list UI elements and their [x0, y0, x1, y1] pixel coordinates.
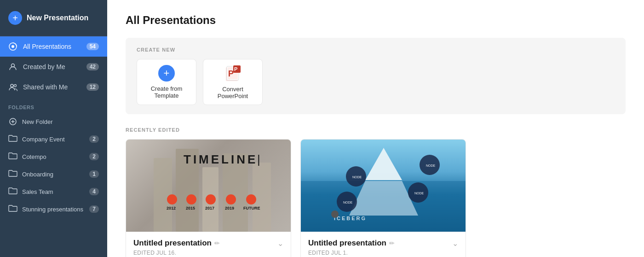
folder-stunning-presentations-badge: 7: [89, 205, 99, 213]
svg-point-23: [246, 194, 256, 204]
plus-circle-icon: +: [8, 11, 22, 25]
svg-point-4: [14, 85, 17, 87]
folder-icon: [8, 169, 17, 179]
all-presentations-badge: 54: [86, 43, 99, 50]
svg-text:P: P: [234, 66, 237, 72]
svg-point-19: [167, 194, 177, 204]
create-new-label: CREATE NEW: [137, 47, 615, 53]
folder-onboarding-badge: 1: [89, 170, 99, 178]
create-new-cards: + Create fromTemplate P P Convert PowerP…: [137, 59, 615, 105]
shared-with-me-badge: 12: [86, 83, 99, 91]
svg-text:NODE: NODE: [352, 175, 362, 179]
folder-icon: [8, 152, 17, 161]
svg-point-22: [226, 194, 236, 204]
folder-item-cotempo[interactable]: Cotempo 2: [0, 148, 107, 165]
convert-powerpoint-card[interactable]: P P Convert PowerPoint: [203, 59, 263, 105]
new-folder-plus-icon: [8, 117, 17, 126]
iceberg-thumbnail: NODE NODE NODE NODE ICEBERG: [301, 140, 466, 232]
folder-icon: [8, 134, 17, 144]
presentation-title-left-1: Untitled presentation ✏: [133, 239, 220, 248]
created-by-me-label: Created by Me: [23, 63, 65, 70]
presentation-thumbnail-2: NODE NODE NODE NODE ICEBERG: [301, 140, 466, 232]
presentation-title-row-1: Untitled presentation ✏ ⌄: [133, 239, 283, 248]
recently-edited-label: RECENTLY EDITED: [126, 127, 626, 133]
svg-text:2017: 2017: [205, 206, 214, 210]
folder-sales-team-label: Sales Team: [22, 188, 53, 195]
svg-text:NODE: NODE: [343, 201, 353, 204]
svg-text:FUTURE: FUTURE: [243, 206, 260, 210]
folder-item-stunning-presentations[interactable]: Stunning presentations 7: [0, 200, 107, 218]
chevron-down-icon-1[interactable]: ⌄: [277, 239, 283, 248]
created-by-me-icon: [8, 62, 17, 71]
page-title: All Presentations: [126, 14, 626, 27]
new-presentation-label: New Presentation: [27, 14, 88, 22]
create-template-plus-icon: +: [158, 65, 175, 82]
svg-marker-30: [365, 148, 402, 180]
chevron-down-icon-2[interactable]: ⌄: [452, 239, 458, 248]
folder-item-onboarding[interactable]: Onboarding 1: [0, 165, 107, 183]
create-from-template-card[interactable]: + Create fromTemplate: [137, 59, 196, 105]
svg-text:|: |: [257, 152, 260, 166]
folders-section-label: Folders: [0, 97, 107, 113]
sidebar-item-shared-with-me[interactable]: Shared with Me 12: [0, 77, 107, 97]
sidebar: + New Presentation All Presentations 54 …: [0, 0, 107, 257]
svg-text:P: P: [228, 69, 234, 78]
svg-rect-12: [154, 158, 172, 232]
presentation-date-1: EDITED JUL 16.: [133, 250, 283, 256]
svg-point-20: [186, 194, 196, 204]
presentation-thumbnail-1: TIMELINE | 2012 2015 2017 2019 FUTURE: [126, 140, 291, 232]
folder-company-event-badge: 2: [89, 135, 99, 143]
main-content: All Presentations CREATE NEW + Create fr…: [107, 0, 644, 257]
svg-text:TIMELINE: TIMELINE: [184, 152, 258, 166]
folder-company-event-label: Company Event: [22, 136, 65, 143]
iceberg-svg: NODE NODE NODE NODE ICEBERG: [301, 140, 466, 232]
presentation-date-2: EDITED JUL 1.: [308, 250, 458, 256]
svg-text:2012: 2012: [167, 206, 176, 210]
new-presentation-button[interactable]: + New Presentation: [0, 0, 107, 36]
created-by-me-badge: 42: [86, 63, 99, 70]
folder-item-sales-team[interactable]: Sales Team 4: [0, 183, 107, 200]
sidebar-item-all-presentations[interactable]: All Presentations 54: [0, 36, 107, 57]
folder-stunning-presentations-label: Stunning presentations: [22, 206, 83, 213]
new-folder-label: New Folder: [22, 118, 52, 125]
presentation-info-2: Untitled presentation ✏ ⌄ EDITED JUL 1.: [301, 232, 466, 257]
svg-point-3: [11, 84, 13, 87]
presentations-icon: [8, 42, 17, 51]
convert-powerpoint-label: Convert PowerPoint: [208, 86, 258, 99]
svg-text:NODE: NODE: [414, 192, 424, 195]
svg-text:NODE: NODE: [426, 164, 436, 167]
timeline-svg: TIMELINE | 2012 2015 2017 2019 FUTURE: [126, 140, 291, 232]
powerpoint-icon: P P: [224, 64, 242, 82]
folder-onboarding-label: Onboarding: [22, 171, 53, 178]
folder-cotempo-label: Cotempo: [22, 153, 46, 160]
presentation-title-2: Untitled presentation: [308, 239, 386, 248]
folder-cotempo-badge: 2: [89, 153, 99, 160]
svg-text:ICEBERG: ICEBERG: [334, 216, 367, 221]
folder-icon: [8, 187, 17, 196]
presentation-title-row-2: Untitled presentation ✏ ⌄: [308, 239, 458, 248]
folder-sales-team-badge: 4: [89, 188, 99, 195]
presentation-title-1: Untitled presentation: [133, 239, 212, 248]
new-folder-button[interactable]: New Folder: [0, 113, 107, 130]
edit-pencil-icon-1[interactable]: ✏: [214, 239, 220, 247]
create-new-section: CREATE NEW + Create fromTemplate P P: [126, 38, 626, 114]
shared-with-me-icon: [8, 82, 17, 92]
svg-text:2019: 2019: [225, 206, 234, 210]
presentation-card-1[interactable]: TIMELINE | 2012 2015 2017 2019 FUTURE: [126, 139, 291, 257]
folder-item-company-event[interactable]: Company Event 2: [0, 130, 107, 148]
folder-icon: [8, 204, 17, 214]
sidebar-item-created-by-me[interactable]: Created by Me 42: [0, 57, 107, 77]
edit-pencil-icon-2[interactable]: ✏: [389, 239, 395, 247]
presentation-info-1: Untitled presentation ✏ ⌄ EDITED JUL 16.: [126, 232, 291, 257]
presentation-cards: TIMELINE | 2012 2015 2017 2019 FUTURE: [126, 139, 626, 257]
presentation-card-2[interactable]: NODE NODE NODE NODE ICEBERG: [300, 139, 466, 257]
shared-with-me-label: Shared with Me: [23, 83, 68, 91]
svg-point-21: [206, 194, 216, 204]
presentation-title-left-2: Untitled presentation ✏: [308, 239, 395, 248]
all-presentations-label: All Presentations: [23, 43, 71, 50]
timeline-thumbnail: TIMELINE | 2012 2015 2017 2019 FUTURE: [126, 140, 291, 232]
svg-point-41: [331, 210, 339, 218]
svg-point-1: [12, 45, 14, 48]
create-from-template-label: Create fromTemplate: [151, 85, 183, 99]
svg-text:2015: 2015: [186, 206, 195, 210]
